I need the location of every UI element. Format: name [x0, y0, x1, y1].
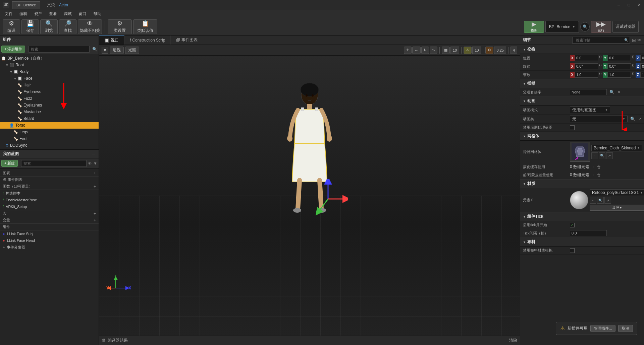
add-macro-button[interactable]: +: [94, 211, 96, 216]
transform-scale-button[interactable]: ⤡: [430, 47, 437, 54]
tree-item-feet[interactable]: 🦴 Feet: [0, 135, 99, 142]
skin-cache-post-add-icon[interactable]: +: [592, 173, 594, 178]
save-button[interactable]: 💾 保存: [21, 19, 39, 34]
socket-clear-icon[interactable]: ✕: [617, 90, 621, 94]
viewport-settings-button[interactable]: ▼: [102, 47, 108, 54]
material-browse-btn[interactable]: ↗: [604, 197, 611, 204]
lighting-button[interactable]: 光照: [125, 47, 139, 54]
skin-cache-post-delete-icon[interactable]: 🗑: [597, 173, 601, 178]
scale-x-input[interactable]: [575, 72, 598, 78]
transform-move-button[interactable]: ↔: [412, 47, 421, 54]
camera-speed-button[interactable]: 4: [511, 47, 517, 54]
parent-socket-input[interactable]: [570, 89, 607, 95]
bp-collapse-icon[interactable]: ─: [92, 152, 95, 156]
rotation-x-input[interactable]: [575, 63, 598, 69]
rotation-y-input[interactable]: [607, 63, 631, 69]
perspective-button[interactable]: 透视: [110, 47, 124, 54]
tree-item-mustache[interactable]: 🦴 Mustache: [0, 109, 99, 115]
material-back-btn[interactable]: ←: [590, 197, 596, 204]
menu-file[interactable]: 文件: [1, 10, 16, 18]
tree-item-lodsync[interactable]: ⚙ LODSync: [0, 142, 99, 149]
material-search-btn[interactable]: 🔍: [597, 197, 604, 204]
skin-cache-add-icon[interactable]: +: [592, 165, 594, 169]
menu-view[interactable]: 查看: [46, 10, 60, 18]
compile-button[interactable]: ⚙ 编译: [3, 19, 20, 34]
position-z-input[interactable]: [640, 55, 644, 61]
mesh-back-btn[interactable]: ←: [591, 152, 598, 159]
tree-item-hair[interactable]: 🦴 Hair: [0, 82, 99, 88]
close-button[interactable]: ✕: [634, 0, 644, 10]
post-process-checkbox[interactable]: [570, 125, 575, 130]
transform-rotate-button[interactable]: ↻: [421, 47, 429, 54]
anim-class-browse-icon[interactable]: ↗: [638, 117, 641, 121]
tree-item-legs[interactable]: 🦴 Legs: [0, 129, 99, 135]
rotation-z-input[interactable]: [640, 63, 644, 69]
tree-item-eyebrows[interactable]: 🦴 Eyebrows: [0, 88, 99, 95]
blueprint-search-input[interactable]: [21, 160, 87, 167]
tree-item-root[interactable]: ▼ ⬛ Root: [0, 62, 99, 68]
tree-item-face[interactable]: ▼ 🔲 Face: [0, 75, 99, 82]
class-defaults-button[interactable]: 📋 类默认值: [133, 19, 157, 34]
mesh-search-btn[interactable]: 🔍: [599, 152, 605, 159]
tick-interval-input[interactable]: [570, 230, 607, 236]
add-function-button[interactable]: +: [94, 184, 96, 189]
menu-help[interactable]: 帮助: [90, 10, 105, 18]
add-graph-button[interactable]: +: [94, 171, 96, 176]
menu-assets[interactable]: 资产: [31, 10, 46, 18]
maximize-button[interactable]: □: [624, 0, 634, 10]
tab-construction-script[interactable]: f Construction Scrip: [124, 36, 171, 45]
browse-button[interactable]: 🔍 浏览: [40, 19, 58, 34]
texture-button[interactable]: 纹理▼: [590, 205, 644, 211]
simulate-button[interactable]: ▶ 模拟: [524, 21, 544, 33]
add-component-button[interactable]: + 添加组件: [1, 46, 25, 53]
position-x-input[interactable]: [575, 55, 598, 61]
menu-window[interactable]: 窗口: [75, 10, 90, 18]
tab-viewport[interactable]: 🔲 视口: [99, 36, 124, 45]
bp-item-arkit[interactable]: f ARKit_Setup: [0, 203, 99, 210]
bp-event-dispatcher[interactable]: + 事件分发器: [0, 244, 99, 251]
search-button[interactable]: 🔍: [580, 22, 590, 31]
details-search-input[interactable]: [574, 37, 624, 44]
socket-search-icon[interactable]: 🔍: [609, 90, 614, 94]
tree-item-beard[interactable]: 🦴 Beard: [0, 115, 99, 122]
tree-item-fuzz[interactable]: 🦴 Fuzz: [0, 95, 99, 102]
anim-class-search-icon[interactable]: 🔍: [630, 117, 635, 121]
scale-y-input[interactable]: [607, 72, 631, 78]
dismiss-notification-button[interactable]: 取消: [618, 325, 633, 332]
bp-llink-face-head[interactable]: ● LLink Face Head: [0, 237, 99, 244]
menu-debug[interactable]: 调试: [60, 10, 75, 18]
bp-item-construct[interactable]: f 构造脚本: [0, 190, 99, 197]
grid-toggle-button[interactable]: ▦: [442, 47, 450, 54]
position-y-input[interactable]: [607, 55, 631, 61]
material-name-dropdown[interactable]: Retopo_polySurface1SG1: [590, 189, 644, 196]
menu-edit[interactable]: 编辑: [16, 10, 31, 18]
tree-item-eyelashes[interactable]: 🦴 Eyelashes: [0, 102, 99, 109]
mesh-browse-btn[interactable]: ↗: [606, 152, 613, 159]
find-button[interactable]: 🔎 查找: [59, 19, 76, 34]
grid-value-button[interactable]: 10: [450, 47, 459, 54]
bp-llink-face-subj[interactable]: ● LLink Face Subj: [0, 230, 99, 237]
mesh-name-dropdown[interactable]: Bernice_Cloth_Skinned: [591, 145, 642, 151]
tree-item-bp-bernice[interactable]: 📋 BP_Bernice（自身）: [0, 55, 99, 62]
enable-tick-checkbox[interactable]: [570, 223, 575, 227]
angle-toggle-button[interactable]: ⚠: [464, 47, 472, 54]
skin-cache-delete-icon[interactable]: 🗑: [597, 165, 601, 169]
tree-item-torso[interactable]: 👤 Torso: [0, 122, 99, 129]
minimize-button[interactable]: ─: [614, 0, 624, 10]
viewport[interactable]: X Y Z: [99, 56, 520, 336]
run-button[interactable]: ▶▶ 运行: [591, 21, 611, 33]
scale-toggle-button[interactable]: ⚙: [485, 47, 493, 54]
new-blueprint-button[interactable]: + 新建: [1, 160, 18, 167]
component-search-input[interactable]: [29, 46, 90, 53]
title-tab[interactable]: BP_Bernice: [12, 1, 40, 9]
anim-mode-dropdown[interactable]: 使用动画蓝图: [570, 107, 610, 113]
scale-z-input[interactable]: [640, 72, 644, 78]
angle-value-button[interactable]: 10: [472, 47, 481, 54]
bp-item-enable-master[interactable]: f EnableMasterPose: [0, 197, 99, 203]
add-variable-button[interactable]: +: [94, 218, 96, 223]
debug-filter-button[interactable]: 调试过滤器: [612, 21, 639, 33]
transform-select-button[interactable]: ✛: [404, 47, 412, 54]
tab-event-graph[interactable]: 🗊 事件图表: [171, 36, 203, 45]
tree-item-body[interactable]: ▼ 🔲 Body: [0, 68, 99, 75]
scale-value-button[interactable]: 0.25: [494, 47, 506, 54]
